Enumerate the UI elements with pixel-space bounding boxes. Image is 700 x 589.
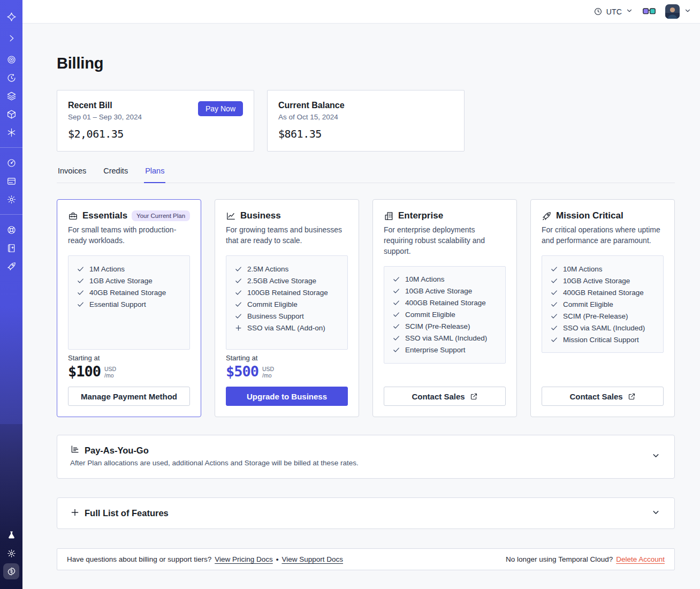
feature-item: 10M Actions	[392, 274, 497, 285]
feature-item: 1GB Active Storage	[77, 275, 181, 286]
plans-row: Essentials Your Current Plan For small t…	[57, 199, 675, 417]
billing-icon[interactable]	[3, 563, 19, 579]
plus-icon	[70, 508, 80, 519]
feature-item: 2.5M Actions	[234, 263, 339, 275]
chevron-down-icon[interactable]	[651, 451, 660, 463]
feature-item: Enterprise Support	[392, 344, 497, 356]
labs-icon[interactable]	[3, 527, 19, 543]
feature-text: Mission Critical Support	[563, 336, 639, 344]
tab-plans[interactable]: Plans	[144, 167, 165, 183]
feature-item: SSO via SAML (Included)	[550, 322, 655, 334]
plan-pricing: Starting at $500 USD /mo	[226, 354, 348, 387]
upgrade-business-button[interactable]: Upgrade to Business	[226, 387, 348, 406]
plan-features-box: 2.5M Actions2.5GB Active Storage100GB Re…	[226, 255, 348, 350]
schedules-icon[interactable]	[3, 70, 19, 86]
check-icon	[77, 300, 85, 308]
expand-icon[interactable]	[3, 30, 19, 46]
feature-item: 10M Actions	[550, 263, 655, 275]
pay-now-button[interactable]: Pay Now	[198, 101, 243, 116]
price-prefix: Starting at	[68, 354, 190, 362]
check-icon	[392, 322, 400, 330]
feature-item: Business Support	[234, 310, 339, 322]
recent-bill-amount: $2,061.35	[68, 127, 243, 140]
chevron-down-icon	[626, 7, 633, 17]
temporal-logo-icon[interactable]	[3, 9, 19, 25]
feature-text: Enterprise Support	[405, 346, 466, 354]
external-link-icon	[628, 392, 636, 401]
contact-sales-button[interactable]: Contact Sales	[542, 387, 664, 406]
external-link-icon	[470, 392, 478, 401]
check-icon	[550, 300, 558, 308]
manage-payment-button[interactable]: Manage Payment Method	[68, 387, 190, 406]
price-currency: USD	[262, 366, 274, 372]
usage-icon[interactable]	[3, 155, 19, 171]
clock-icon	[594, 7, 603, 16]
plan-card-mission-critical: Mission Critical For critical operations…	[530, 199, 675, 417]
account-menu[interactable]	[665, 4, 691, 19]
check-icon	[550, 277, 558, 285]
sidebar-divider	[0, 147, 22, 148]
check-icon	[392, 275, 400, 283]
view-support-docs-link[interactable]: View Support Docs	[281, 555, 343, 563]
recent-bill-card: Recent Bill Sep 01 – Sep 30, 2024 $2,061…	[57, 90, 254, 152]
check-icon	[392, 334, 400, 342]
nexus-icon[interactable]	[3, 106, 19, 122]
glasses-icon[interactable]	[643, 7, 656, 16]
plan-features-box: 10M Actions10GB Active Storage400GB Reta…	[384, 266, 506, 364]
tab-credits[interactable]: Credits	[102, 167, 129, 183]
delete-account-link[interactable]: Delete Account	[616, 555, 665, 563]
feature-text: 1GB Active Storage	[89, 277, 153, 285]
price-amount: $500	[226, 364, 258, 380]
namespaces-icon[interactable]	[3, 51, 19, 67]
current-balance-amount: $861.35	[278, 127, 453, 140]
price-currency: USD	[104, 366, 116, 372]
check-icon	[550, 312, 558, 320]
plan-card-essentials: Essentials Your Current Plan For small t…	[57, 199, 201, 417]
contact-sales-button[interactable]: Contact Sales	[384, 387, 506, 406]
feature-item: Commit Eligible	[234, 298, 339, 310]
check-icon	[392, 287, 400, 295]
pay-as-you-go-panel[interactable]: Pay-As-You-Go After Plan allocations are…	[57, 435, 675, 479]
view-pricing-docs-link[interactable]: View Pricing Docs	[215, 555, 273, 563]
batch-icon[interactable]	[3, 124, 19, 140]
rocket-icon	[542, 211, 552, 221]
feature-text: SCIM (Pre-Release)	[563, 312, 628, 320]
feature-item: Commit Eligible	[550, 298, 655, 310]
docs-icon[interactable]	[3, 240, 19, 256]
feature-text: 100GB Retained Storage	[247, 289, 328, 297]
full-features-panel[interactable]: Full List of Features	[57, 497, 675, 529]
price-period: /mo	[262, 372, 274, 379]
getting-started-icon[interactable]	[3, 258, 19, 274]
feature-item: 1M Actions	[77, 263, 181, 275]
sidebar-divider	[0, 214, 22, 215]
invoices-icon[interactable]	[3, 173, 19, 189]
plan-features-box: 1M Actions1GB Active Storage40GB Retaine…	[68, 255, 190, 350]
main-content: Billing Recent Bill Sep 01 – Sep 30, 202…	[22, 24, 700, 570]
toolbox-icon	[68, 211, 78, 221]
theme-icon[interactable]	[3, 545, 19, 561]
separator-dot: •	[276, 555, 279, 563]
plan-name: Enterprise	[398, 210, 443, 221]
tab-invoices[interactable]: Invoices	[57, 167, 87, 183]
chart-icon	[226, 211, 236, 221]
feature-text: 2.5M Actions	[247, 265, 288, 273]
feature-text: 10GB Active Storage	[563, 277, 630, 285]
plan-name: Business	[240, 210, 281, 221]
feature-item: SCIM (Pre-Release)	[392, 321, 497, 333]
chevron-down-icon[interactable]	[651, 508, 660, 519]
current-balance-card: Current Balance As of Oct 15, 2024 $861.…	[267, 90, 465, 152]
check-icon	[77, 277, 85, 285]
support-icon[interactable]	[3, 222, 19, 238]
check-icon	[392, 346, 400, 354]
footer-right-question: No longer using Temporal Cloud?	[506, 555, 613, 563]
settings-icon[interactable]	[3, 191, 19, 207]
billing-summary: Recent Bill Sep 01 – Sep 30, 2024 $2,061…	[57, 90, 675, 152]
timezone-selector[interactable]: UTC	[594, 7, 633, 17]
feature-item: 10GB Active Storage	[392, 285, 497, 297]
deployments-icon[interactable]	[3, 88, 19, 104]
sidebar	[0, 0, 22, 589]
plan-description: For growing teams and businesses that ar…	[226, 225, 348, 246]
plan-pricing: Starting at $100 USD /mo	[68, 354, 190, 387]
price-period: /mo	[104, 372, 116, 379]
feature-item: SCIM (Pre-Release)	[550, 310, 655, 322]
